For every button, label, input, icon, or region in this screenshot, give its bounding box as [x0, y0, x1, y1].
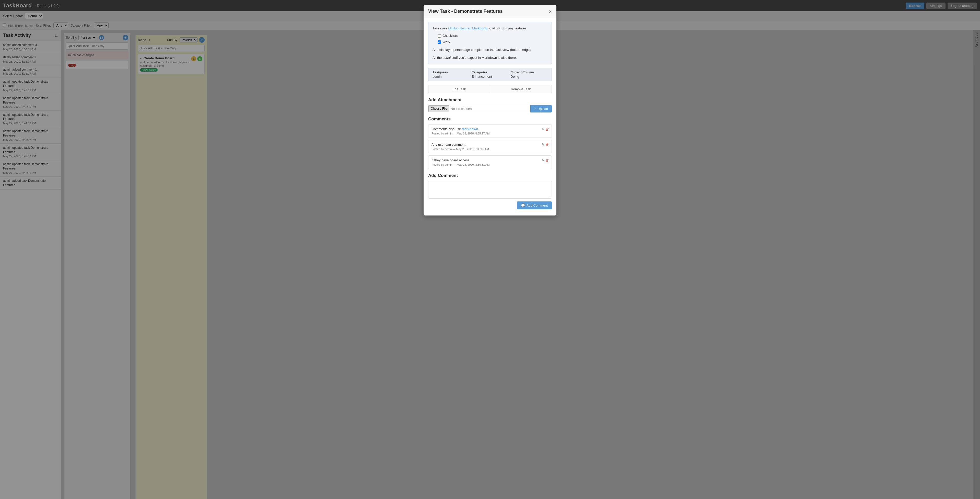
comments-title: Comments [428, 116, 552, 122]
view-task-modal: View Task - Demonstrate Features × Tasks… [423, 5, 557, 215]
upload-button[interactable]: ↑ Upload [530, 105, 552, 113]
modal-header: View Task - Demonstrate Features × [423, 5, 557, 18]
comment-actions-1: ✎ 🗑 [541, 127, 549, 131]
attachment-row: Choose File No file chosen ↑ Upload [428, 105, 552, 113]
comment-text-3: If they have board access. [431, 158, 549, 162]
remove-task-button[interactable]: Remove Task [490, 85, 552, 93]
comment-meta-1: Posted by admin — May 28, 2020, 8:35:27 … [431, 132, 549, 135]
comment-meta-3: Posted by admin — May 28, 2020, 8:36:31 … [431, 163, 549, 166]
meta-categories: Categories Enhancement [472, 70, 509, 78]
add-comment-button[interactable]: 💬 Add Comment [517, 201, 552, 209]
action-buttons: Edit Task Remove Task [428, 85, 552, 93]
comment-actions-2: ✎ 🗑 [541, 143, 549, 147]
add-comment-title: Add Comment [428, 173, 552, 178]
attachment-section: Add Attachment Choose File No file chose… [428, 97, 552, 113]
file-input-wrapper: Choose File No file chosen [428, 105, 530, 112]
modal-overlay: View Task - Demonstrate Features × Tasks… [0, 0, 980, 499]
task-info-box: Tasks use GitHub flavored Markdown to al… [428, 22, 552, 64]
add-attachment-title: Add Attachment [428, 97, 552, 102]
comment-meta-2: Posted by demo — May 28, 2020, 8:36:07 A… [431, 148, 549, 151]
upload-icon: ↑ [534, 107, 536, 111]
modal-close-button[interactable]: × [549, 9, 552, 14]
checklist-item: Checklists [438, 33, 547, 38]
comment-actions-3: ✎ 🗑 [541, 158, 549, 162]
modal-title: View Task - Demonstrate Features [428, 9, 503, 14]
delete-comment-btn-3[interactable]: 🗑 [546, 158, 549, 162]
add-comment-textarea[interactable] [428, 181, 552, 199]
work-checkbox[interactable] [438, 40, 441, 44]
choose-file-button[interactable]: Choose File [428, 105, 449, 112]
add-comment-section: Add Comment 💬 Add Comment [428, 173, 552, 209]
file-name-display: No file chosen [451, 107, 472, 111]
work-item: Work [438, 40, 547, 45]
markdown-link-comment[interactable]: Markdown [462, 127, 478, 131]
edit-task-button[interactable]: Edit Task [428, 85, 490, 93]
delete-comment-btn-1[interactable]: 🗑 [546, 127, 549, 131]
modal-body: Tasks use GitHub flavored Markdown to al… [423, 18, 557, 215]
markdown-link[interactable]: GitHub flavored Markdown [448, 26, 487, 30]
comment-icon: 💬 [521, 204, 525, 207]
checklist-checkbox[interactable] [438, 34, 441, 38]
meta-current-column: Current Column Doing [511, 70, 547, 78]
usual-italic: usual [443, 56, 451, 59]
task-meta-row: Assignees admin Categories Enhancement C… [428, 68, 552, 81]
edit-comment-btn-1[interactable]: ✎ [541, 127, 544, 131]
comment-item-1: Comments also use Markdown. Posted by ad… [428, 124, 552, 138]
delete-comment-btn-2[interactable]: 🗑 [546, 143, 549, 147]
meta-assignees: Assignees admin [433, 70, 469, 78]
comment-item-2: Any user can comment. Posted by demo — M… [428, 140, 552, 153]
edit-comment-btn-3[interactable]: ✎ [541, 158, 544, 162]
comment-text-1: Comments also use Markdown. [431, 127, 549, 131]
comments-section: Comments Comments also use Markdown. Pos… [428, 116, 552, 169]
comment-item-3: If they have board access. Posted by adm… [428, 155, 552, 169]
comment-text-2: Any user can comment. [431, 143, 549, 147]
edit-comment-btn-2[interactable]: ✎ [541, 143, 544, 147]
